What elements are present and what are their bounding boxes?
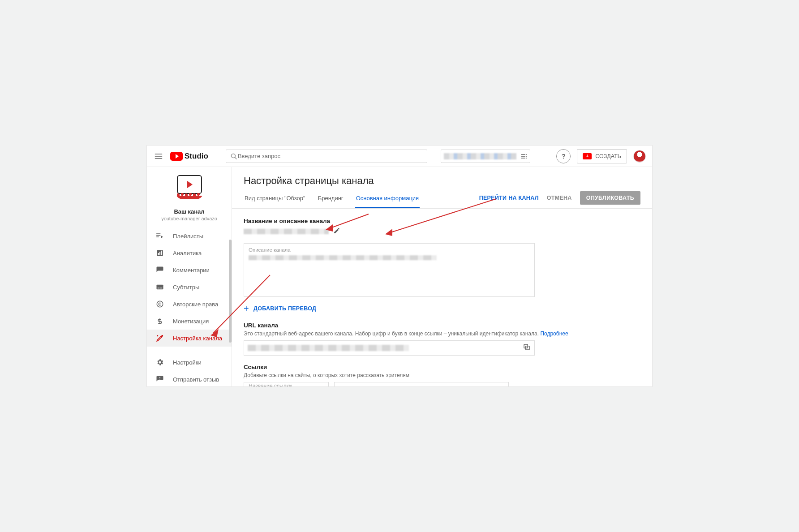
svg-point-13 — [157, 335, 158, 336]
channel-url-field[interactable] — [244, 340, 535, 356]
section-title-url: URL канала — [244, 322, 640, 329]
channel-avatar[interactable] — [174, 175, 205, 206]
svg-point-12 — [162, 335, 163, 336]
sidebar-label: Монетизация — [173, 318, 209, 325]
links-help-text: Добавьте ссылки на сайты, о которых хоти… — [244, 372, 640, 378]
sidebar-label: Авторские права — [173, 301, 218, 308]
url-help-text: Это стандартный веб-адрес вашего канала.… — [244, 330, 640, 337]
sidebar-item-playlists[interactable]: Плейлисты — [147, 227, 232, 245]
description-redacted — [249, 255, 437, 260]
avatar[interactable] — [633, 150, 646, 163]
add-translation-label: ДОБАВИТЬ ПЕРЕВОД — [253, 305, 316, 312]
sidebar-label: Аналитика — [173, 250, 202, 257]
plus-icon: + — [244, 304, 249, 313]
channel-subtitle: youtube-manager advazo — [147, 216, 232, 221]
svg-point-11 — [157, 301, 163, 307]
app-window: Studio ? СОЗДАТЬ Ваш — [146, 145, 653, 387]
svg-rect-9 — [158, 288, 160, 289]
copy-url-icon[interactable] — [523, 343, 531, 353]
section-title-links: Ссылки — [244, 364, 640, 370]
sidebar-item-monetization[interactable]: Монетизация — [147, 313, 232, 330]
logo-text: Studio — [185, 152, 208, 161]
sidebar-label: Настройки — [173, 359, 202, 366]
sidebar-item-customization[interactable]: Настройка канала — [147, 330, 232, 347]
sidebar-nav: Плейлисты Аналитика Комментарии Субтитры… — [147, 227, 232, 348]
sidebar-footer-nav: Настройки Отправить отзыв — [147, 353, 232, 386]
sidebar-item-analytics[interactable]: Аналитика — [147, 245, 232, 262]
tab-basic-info[interactable]: Основная информация — [355, 189, 420, 208]
svg-rect-7 — [161, 251, 162, 255]
svg-point-0 — [231, 154, 235, 158]
sidebar-label: Комментарии — [173, 267, 210, 274]
link-url-input[interactable]: URL (обязательно) — [334, 382, 509, 386]
edit-name-icon[interactable] — [333, 227, 340, 236]
svg-point-3 — [526, 158, 527, 159]
sidebar-item-comments[interactable]: Комментарии — [147, 262, 232, 279]
search-input[interactable] — [226, 150, 427, 163]
view-channel-link[interactable]: ПЕРЕЙТИ НА КАНАЛ — [479, 195, 539, 201]
svg-rect-5 — [158, 253, 159, 255]
help-icon[interactable]: ? — [556, 149, 571, 163]
create-video-icon — [583, 153, 592, 159]
add-translation-button[interactable]: + ДОБАВИТЬ ПЕРЕВОД — [244, 304, 640, 313]
url-redacted — [248, 345, 409, 351]
copyright-icon — [155, 300, 165, 308]
svg-rect-8 — [157, 285, 163, 290]
tab-layout[interactable]: Вид страницы "Обзор" — [244, 189, 306, 208]
description-label: Описание канала — [249, 247, 530, 253]
account-switcher[interactable] — [441, 150, 530, 163]
feedback-icon — [155, 375, 165, 383]
section-title-name-desc: Название и описание канала — [244, 218, 640, 224]
svg-rect-10 — [160, 288, 163, 289]
subtitles-icon — [155, 283, 165, 291]
playlist-icon — [155, 232, 165, 240]
channel-title: Ваш канал — [147, 208, 232, 215]
create-label: СОЗДАТЬ — [595, 153, 621, 159]
studio-logo[interactable]: Studio — [170, 152, 208, 161]
channel-name-redacted — [244, 229, 329, 234]
sidebar-label: Плейлисты — [173, 233, 203, 240]
sidebar-item-copyright[interactable]: Авторские права — [147, 296, 232, 313]
redacted-text — [444, 153, 516, 159]
page-title: Настройка страницы канала — [244, 175, 640, 187]
sidebar-label: Субтитры — [173, 284, 199, 291]
sidebar: Ваш канал youtube-manager advazo Плейлис… — [147, 167, 232, 386]
sidebar-item-subtitles[interactable]: Субтитры — [147, 279, 232, 296]
topbar: Studio ? СОЗДАТЬ — [147, 146, 652, 167]
svg-point-2 — [526, 156, 527, 157]
svg-rect-6 — [159, 252, 160, 255]
sidebar-item-settings[interactable]: Настройки — [147, 354, 232, 371]
comments-icon — [155, 266, 165, 274]
channel-header: Ваш канал youtube-manager advazo — [147, 167, 232, 227]
tabs-row: Вид страницы "Обзор" Брендинг Основная и… — [232, 189, 652, 209]
search-field[interactable] — [238, 153, 423, 159]
list-icon — [520, 153, 527, 160]
publish-button[interactable]: ОПУБЛИКОВАТЬ — [580, 191, 640, 205]
monetization-icon — [155, 317, 165, 325]
sidebar-label: Отправить отзыв — [173, 376, 219, 383]
settings-icon — [155, 358, 165, 366]
sidebar-item-feedback[interactable]: Отправить отзыв — [147, 371, 232, 386]
cancel-button[interactable]: ОТМЕНА — [547, 195, 572, 201]
link-name-input[interactable]: Название ссылки (обязательно) — [244, 382, 329, 386]
svg-point-1 — [526, 154, 527, 155]
sidebar-label: Настройка канала — [173, 335, 222, 342]
main-content: Настройка страницы канала Вид страницы "… — [232, 167, 652, 386]
tab-branding[interactable]: Брендинг — [317, 189, 344, 208]
url-learn-more-link[interactable]: Подробнее — [540, 330, 568, 337]
scrollbar-thumb[interactable] — [229, 240, 232, 343]
customization-icon — [155, 334, 165, 342]
menu-icon[interactable] — [153, 151, 164, 162]
description-textarea[interactable]: Описание канала — [244, 243, 535, 297]
analytics-icon — [155, 249, 165, 257]
create-button[interactable]: СОЗДАТЬ — [577, 149, 627, 163]
youtube-logo-icon — [170, 152, 183, 161]
